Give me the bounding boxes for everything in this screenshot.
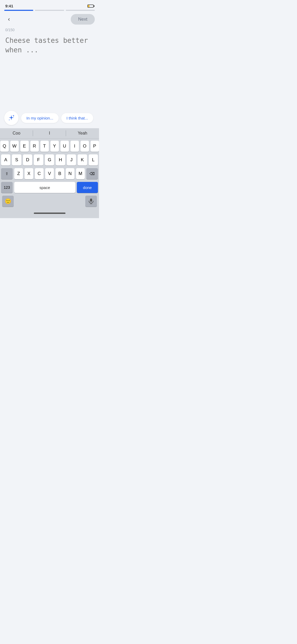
key-m[interactable]: M [76, 168, 85, 179]
word-suggestion-2[interactable]: Yeah [66, 128, 99, 138]
key-row-4: 123 space done [1, 182, 98, 193]
backspace-key[interactable]: ⌫ [86, 168, 98, 179]
status-bar: 9:41 [0, 0, 99, 10]
suggestions-row: In my opinion... I think that... [0, 108, 99, 128]
key-u[interactable]: U [60, 141, 69, 152]
key-h[interactable]: H [56, 154, 65, 165]
suggestion-chip-0[interactable]: In my opinion... [21, 113, 59, 123]
text-input-container [0, 34, 99, 108]
key-z[interactable]: Z [14, 168, 23, 179]
emoji-key[interactable]: 🙂 [2, 196, 14, 207]
microphone-key[interactable] [85, 196, 97, 207]
key-c[interactable]: C [35, 168, 44, 179]
key-f[interactable]: F [34, 154, 43, 165]
key-a[interactable]: A [1, 154, 10, 165]
key-row-3: ⇧ Z X C V B N M ⌫ [1, 168, 98, 179]
main-text-input[interactable] [5, 36, 94, 94]
key-y[interactable]: Y [50, 141, 59, 152]
key-e[interactable]: E [20, 141, 29, 152]
done-key[interactable]: done [77, 182, 98, 193]
back-button[interactable]: ‹ [4, 15, 14, 24]
progress-bar [0, 10, 99, 11]
key-v[interactable]: V [45, 168, 54, 179]
key-x[interactable]: X [25, 168, 33, 179]
key-g[interactable]: G [45, 154, 54, 165]
keyboard: Coo I Yeah Q W E R T Y U I O P A S D F G… [0, 128, 99, 210]
key-i[interactable]: I [70, 141, 79, 152]
key-l[interactable]: L [89, 154, 98, 165]
sparkle-icon [8, 114, 15, 122]
key-rows: Q W E R T Y U I O P A S D F G H J K L ⇧ … [0, 139, 99, 210]
key-j[interactable]: J [67, 154, 76, 165]
word-suggestion-1[interactable]: I [33, 128, 66, 138]
home-indicator-bar [34, 213, 65, 214]
microphone-icon [88, 198, 94, 204]
status-icons [87, 4, 94, 8]
char-counter: 0/150 [0, 27, 99, 34]
key-t[interactable]: T [40, 141, 49, 152]
key-s[interactable]: S [12, 154, 21, 165]
word-suggestions-bar: Coo I Yeah [0, 128, 99, 139]
numbers-key[interactable]: 123 [1, 182, 13, 193]
battery-icon [87, 4, 94, 8]
home-indicator [0, 210, 99, 218]
header: ‹ Next [0, 11, 99, 27]
svg-rect-0 [90, 199, 92, 202]
key-row-2: A S D F G H J K L [1, 154, 98, 165]
key-row-5: 🙂 [1, 196, 98, 207]
key-k[interactable]: K [78, 154, 87, 165]
key-r[interactable]: R [30, 141, 39, 152]
next-button[interactable]: Next [71, 14, 95, 25]
ai-icon-button[interactable] [4, 111, 18, 125]
battery-fill [88, 5, 89, 7]
word-suggestion-0[interactable]: Coo [0, 128, 33, 138]
suggestion-chip-1[interactable]: I think that... [61, 113, 93, 123]
back-chevron-icon: ‹ [8, 16, 10, 23]
key-b[interactable]: B [55, 168, 64, 179]
progress-segment-1 [4, 10, 33, 11]
key-row-1: Q W E R T Y U I O P [1, 141, 98, 152]
key-n[interactable]: N [66, 168, 74, 179]
status-time: 9:41 [5, 4, 13, 8]
progress-segment-3 [66, 10, 95, 11]
shift-key[interactable]: ⇧ [1, 168, 13, 179]
key-o[interactable]: O [81, 141, 89, 152]
key-d[interactable]: D [23, 154, 32, 165]
progress-segment-2 [35, 10, 64, 11]
key-p[interactable]: P [91, 141, 99, 152]
key-w[interactable]: W [10, 141, 19, 152]
key-q[interactable]: Q [0, 141, 9, 152]
space-key[interactable]: space [14, 182, 75, 193]
